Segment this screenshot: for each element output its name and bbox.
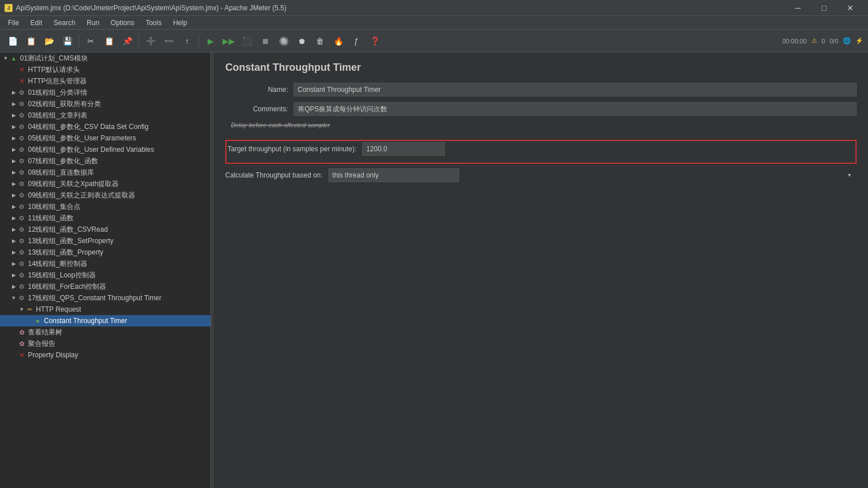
minimize-button[interactable]: ─	[785, 0, 811, 16]
menu-options[interactable]: Options	[105, 18, 140, 28]
tree-arrow-g04[interactable]: ▶	[10, 123, 17, 130]
tree-arrow-g02[interactable]: ▶	[10, 100, 17, 107]
tree-item-g17[interactable]: ▼⚙17线程组_QPS_Constant Throughput Timer	[0, 292, 210, 304]
clear-button[interactable]: 🗑	[312, 33, 328, 49]
tree-item-ctt[interactable]: ●Constant Throughput Timer	[0, 315, 210, 326]
tree-item-http-default[interactable]: ✕HTTP默认请求头	[0, 64, 210, 75]
tree-icon-http-default: ✕	[17, 65, 26, 74]
remove-button[interactable]: ➖	[161, 33, 177, 49]
record-stop-button[interactable]: ⏺	[294, 33, 310, 49]
tree-arrow-prop-display[interactable]	[10, 352, 17, 358]
template-button[interactable]: 📋	[23, 33, 39, 49]
tree-item-http-header[interactable]: ✕HTTP信息头管理器	[0, 75, 210, 87]
tree-item-http-req[interactable]: ▼✏HTTP Request	[0, 304, 210, 315]
tree-arrow-g16[interactable]: ▶	[10, 283, 17, 290]
tree-item-aggregate[interactable]: ✿聚合报告	[0, 338, 210, 349]
tree-item-prop-display[interactable]: ✕Property Display	[0, 349, 210, 361]
stop-button[interactable]: ⬛	[239, 33, 255, 49]
comments-input[interactable]	[294, 102, 857, 116]
throughput-input[interactable]	[362, 142, 445, 156]
tree-arrow-g14[interactable]: ▶	[10, 260, 17, 267]
tree-item-g13b[interactable]: ▶⚙13线程组_函数_Property	[0, 247, 210, 258]
tree-item-g16[interactable]: ▶⚙16线程组_ForEach控制器	[0, 281, 210, 292]
clear-all-button[interactable]: 🔥	[330, 33, 346, 49]
paste-button[interactable]: 📌	[119, 33, 135, 49]
tree-icon-g09a: ⚙	[17, 179, 26, 188]
tree-arrow-g06[interactable]: ▶	[10, 146, 17, 153]
tree-item-g07[interactable]: ▶⚙07线程组_参数化_函数	[0, 155, 210, 167]
tree-icon-g05: ⚙	[17, 134, 26, 143]
help-button[interactable]: ❓	[367, 33, 383, 49]
tree-item-g09b[interactable]: ▶⚙09线程组_关联之正则表达式提取器	[0, 189, 210, 201]
save-button[interactable]: 💾	[59, 33, 75, 49]
tree-item-g05[interactable]: ▶⚙05线程组_参数化_User Parameters	[0, 132, 210, 144]
tree-arrow-http-header[interactable]	[10, 78, 17, 84]
tree-item-g02[interactable]: ▶⚙02线程组_获取所有分类	[0, 98, 210, 110]
tree-item-g14[interactable]: ▶⚙14线程组_断控制器	[0, 258, 210, 269]
start-no-pause-button[interactable]: ▶▶	[221, 33, 237, 49]
tree-label-aggregate: 聚合报告	[28, 339, 55, 349]
tree-item-result-tree[interactable]: ✿查看结果树	[0, 326, 210, 338]
start-button[interactable]: ▶	[202, 33, 218, 49]
tree-item-g10[interactable]: ▶⚙10线程组_集合点	[0, 201, 210, 212]
tree-arrow-g09b[interactable]: ▶	[10, 192, 17, 199]
close-button[interactable]: ✕	[837, 0, 863, 16]
name-input[interactable]	[294, 83, 857, 96]
tree-arrow-http-req[interactable]: ▼	[18, 306, 25, 313]
menu-help[interactable]: Help	[167, 18, 193, 28]
tree-label-g07: 07线程组_参数化_函数	[28, 156, 98, 166]
tree-arrow-g17[interactable]: ▼	[10, 295, 17, 301]
tree-item-g06[interactable]: ▶⚙06线程组_参数化_User Defined Variables	[0, 144, 210, 155]
tree-arrow-http-default[interactable]	[10, 66, 17, 73]
tree-arrow-ctt[interactable]	[26, 317, 33, 324]
tree-arrow-g03[interactable]: ▶	[10, 112, 17, 119]
move-up-button[interactable]: ↑	[179, 33, 195, 49]
timer-display: 00:00:00	[782, 38, 807, 45]
copy-button[interactable]: 📋	[101, 33, 117, 49]
menu-tools[interactable]: Tools	[140, 18, 167, 28]
menu-file[interactable]: File	[2, 18, 25, 28]
tree-arrow-g07[interactable]: ▶	[10, 158, 17, 164]
tree-arrow-g15[interactable]: ▶	[10, 272, 17, 279]
tree-arrow-g09a[interactable]: ▶	[10, 180, 17, 187]
tree-arrow-g12[interactable]: ▶	[10, 226, 17, 233]
tree-item-g13a[interactable]: ▶⚙13线程组_函数_SetProperty	[0, 235, 210, 247]
tree-arrow-g13b[interactable]: ▶	[10, 249, 17, 256]
tree-item-g15[interactable]: ▶⚙15线程组_Loop控制器	[0, 269, 210, 281]
calculate-select[interactable]: this thread only all active threads all …	[328, 168, 459, 182]
tree-arrow-g01[interactable]: ▶	[10, 89, 17, 96]
maximize-button[interactable]: □	[811, 0, 837, 16]
tree-arrow-g11[interactable]: ▶	[10, 215, 17, 221]
tree-label-g12: 12线程组_函数_CSVRead	[28, 225, 108, 235]
record-button[interactable]: 🔘	[275, 33, 291, 49]
tree-arrow-root[interactable]: ▼	[2, 55, 9, 62]
tree-icon-g06: ⚙	[17, 145, 26, 154]
cut-button[interactable]: ✂	[83, 33, 99, 49]
tree-label-g01: 01线程组_分类详情	[28, 88, 87, 98]
function-helper[interactable]: ƒ	[348, 33, 364, 49]
open-button[interactable]: 📂	[41, 33, 57, 49]
tree-item-g12[interactable]: ▶⚙12线程组_函数_CSVRead	[0, 224, 210, 235]
tree-arrow-g08[interactable]: ▶	[10, 169, 17, 176]
tree-icon-g14: ⚙	[17, 259, 26, 268]
menu-search[interactable]: Search	[48, 18, 81, 28]
tree-item-g08[interactable]: ▶⚙08线程组_直连数据库	[0, 167, 210, 178]
tree-item-g01[interactable]: ▶⚙01线程组_分类详情	[0, 87, 210, 98]
tree-item-g11[interactable]: ▶⚙11线程组_函数	[0, 212, 210, 224]
tree-arrow-g10[interactable]: ▶	[10, 203, 17, 210]
tree-item-root[interactable]: ▼▲01测试计划_CMS模块	[0, 53, 210, 64]
shutdown-button[interactable]: ⏹	[257, 33, 273, 49]
tree-arrow-result-tree[interactable]	[10, 329, 17, 336]
title-bar: J ApiSystem.jmx (D:\Code\JmeterProject\A…	[0, 0, 868, 16]
tree-item-g09a[interactable]: ▶⚙09线程组_关联之Xpath提取器	[0, 178, 210, 189]
menu-edit[interactable]: Edit	[25, 18, 48, 28]
tree-arrow-aggregate[interactable]	[10, 340, 17, 347]
tree-item-g04[interactable]: ▶⚙04线程组_参数化_CSV Data Set Config	[0, 121, 210, 132]
new-button[interactable]: 📄	[5, 33, 21, 49]
tree-arrow-g13a[interactable]: ▶	[10, 237, 17, 244]
tree-arrow-g05[interactable]: ▶	[10, 135, 17, 142]
add-button[interactable]: ➕	[143, 33, 159, 49]
tree-icon-g11: ⚙	[17, 213, 26, 223]
tree-item-g03[interactable]: ▶⚙03线程组_文章列表	[0, 110, 210, 121]
menu-run[interactable]: Run	[81, 18, 105, 28]
